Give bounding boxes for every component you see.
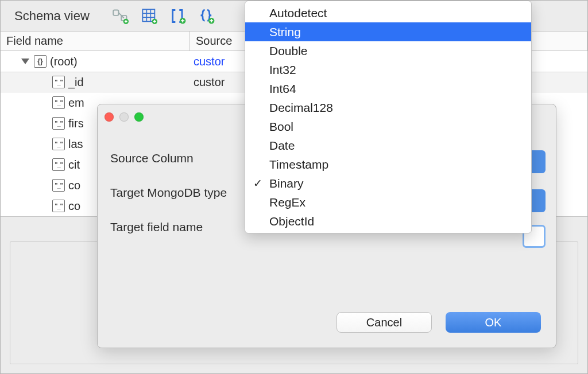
dropdown-item-binary[interactable]: Binary xyxy=(245,174,531,193)
field-icon xyxy=(52,96,65,109)
dropdown-item-autodetect[interactable]: Autodetect xyxy=(245,3,531,22)
tree-row-name: _id xyxy=(68,76,84,89)
close-icon[interactable] xyxy=(105,112,114,122)
column-header-field-name[interactable]: Field name xyxy=(1,32,190,50)
dropdown-item-decimal128[interactable]: Decimal128 xyxy=(245,98,531,117)
field-icon xyxy=(52,200,65,212)
dropdown-item-double[interactable]: Double xyxy=(245,41,531,60)
dropdown-item-objectid[interactable]: ObjectId xyxy=(245,212,531,231)
label-source-column: Source Column xyxy=(110,151,248,165)
dropdown-item-int32[interactable]: Int32 xyxy=(245,60,531,79)
toolbar-title: Schema view xyxy=(14,9,90,24)
field-icon xyxy=(52,138,65,150)
field-icon xyxy=(52,76,65,88)
field-icon xyxy=(52,158,65,171)
dropdown-item-date[interactable]: Date xyxy=(245,136,531,155)
field-icon xyxy=(52,117,65,130)
add-table-icon[interactable] xyxy=(141,8,157,24)
zoom-icon[interactable] xyxy=(134,112,144,122)
cancel-button[interactable]: Cancel xyxy=(336,312,432,333)
svg-rect-0 xyxy=(113,10,118,15)
add-relation-icon[interactable] xyxy=(113,8,129,24)
field-icon xyxy=(52,179,65,192)
dropdown-item-regex[interactable]: RegEx xyxy=(245,193,531,212)
type-dropdown[interactable]: Autodetect String Double Int32 Int64 Dec… xyxy=(245,1,532,233)
toolbar-icons xyxy=(113,8,215,24)
add-object-icon[interactable] xyxy=(199,8,215,24)
expand-icon[interactable] xyxy=(21,59,29,64)
dropdown-item-bool[interactable]: Bool xyxy=(245,117,531,136)
dropdown-item-string[interactable]: String xyxy=(245,22,531,41)
label-target-type: Target MongoDB type xyxy=(110,186,248,200)
tree-row-name: co xyxy=(68,200,80,213)
ok-button[interactable]: OK xyxy=(446,312,541,333)
object-icon xyxy=(34,55,47,68)
add-array-icon[interactable] xyxy=(170,8,186,24)
minimize-icon xyxy=(119,112,129,122)
dropdown-item-timestamp[interactable]: Timestamp xyxy=(245,155,531,174)
tree-row-name: em xyxy=(68,96,84,110)
tree-root-name: (root) xyxy=(50,55,78,68)
tree-row-name: cit xyxy=(68,158,80,172)
dropdown-item-int64[interactable]: Int64 xyxy=(245,79,531,98)
tree-row-name: co xyxy=(68,179,80,192)
tree-row-name: firs xyxy=(68,117,84,130)
label-target-name: Target field name xyxy=(110,220,248,234)
tree-row-name: las xyxy=(68,138,83,151)
